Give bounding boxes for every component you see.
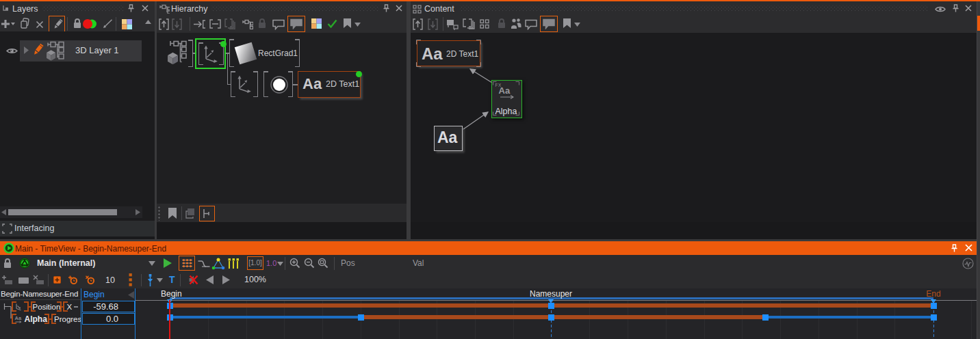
keyframe[interactable] bbox=[548, 314, 554, 321]
content-aa-node[interactable]: Aa bbox=[434, 126, 463, 151]
track-row-position[interactable]: Position X bbox=[0, 301, 81, 313]
brush-button[interactable] bbox=[103, 18, 113, 29]
collapsed-panel-tab[interactable] bbox=[977, 16, 980, 31]
add-track-button[interactable] bbox=[1, 275, 13, 285]
content-flag-button[interactable] bbox=[446, 19, 459, 30]
add-layer-button[interactable] bbox=[1, 19, 15, 29]
rig-view-button[interactable] bbox=[211, 258, 225, 270]
collapse-toolbar-caret[interactable] bbox=[145, 20, 151, 24]
hierarchy-pin-icon[interactable] bbox=[383, 4, 390, 13]
track-rect-button[interactable] bbox=[18, 277, 29, 284]
layers-pin-icon[interactable] bbox=[127, 4, 135, 13]
hscrollbar-thumb[interactable] bbox=[8, 209, 117, 215]
mute-audio-button[interactable] bbox=[189, 275, 198, 285]
timeline-select-caret[interactable] bbox=[149, 261, 155, 266]
insert-into-button[interactable] bbox=[194, 20, 206, 29]
scroll-right-arrow[interactable] bbox=[136, 209, 140, 215]
content-comment-outline-button[interactable] bbox=[524, 19, 538, 30]
content-titlebar[interactable]: Content bbox=[411, 1, 977, 15]
rate-caret[interactable] bbox=[277, 262, 283, 266]
transform-node-selected[interactable] bbox=[195, 38, 226, 69]
lock-node-button[interactable] bbox=[257, 18, 267, 29]
interfacing-row[interactable]: Interfacing bbox=[0, 221, 155, 236]
rate-value[interactable]: 1.0 bbox=[266, 259, 276, 267]
validate-check-button[interactable] bbox=[327, 19, 337, 28]
hierarchy-titlebar[interactable]: Hierarchy bbox=[157, 1, 407, 15]
content-users-button[interactable] bbox=[511, 18, 521, 29]
layer-row[interactable]: 3D Layer 1 bbox=[20, 40, 142, 62]
content-import-button[interactable] bbox=[428, 18, 438, 30]
hierarchy-close-icon[interactable] bbox=[395, 4, 403, 12]
layer-color-button[interactable] bbox=[83, 18, 97, 29]
keyframe[interactable] bbox=[931, 303, 937, 309]
position-value[interactable]: -59.68 bbox=[83, 301, 134, 312]
content-comment-filled-button-active[interactable] bbox=[540, 16, 558, 32]
add-key-button[interactable] bbox=[53, 276, 61, 284]
activity-icon[interactable] bbox=[962, 258, 974, 269]
content-close-icon[interactable] bbox=[964, 4, 972, 12]
timeline-canvas[interactable]: BeginNamesuperEnd bbox=[136, 288, 977, 339]
duplicate-layer-button[interactable] bbox=[20, 18, 30, 29]
zoom-out-button[interactable] bbox=[304, 258, 315, 269]
ruler-label-begin[interactable]: Begin bbox=[161, 289, 182, 299]
delete-time-key-button[interactable] bbox=[86, 275, 94, 284]
edit-layer-button-active[interactable] bbox=[49, 16, 65, 32]
rectgrad-node-icon[interactable] bbox=[235, 42, 257, 64]
snap-setting-button-active[interactable]: [1.0] bbox=[247, 256, 263, 270]
track-row-alpha[interactable]: Aa Alpha Progres bbox=[0, 314, 81, 325]
scroll-left-arrow[interactable] bbox=[1, 209, 6, 215]
content-text-node[interactable]: Aa 2D Text1 bbox=[417, 40, 480, 66]
curve-view-button[interactable] bbox=[198, 260, 210, 268]
key-options-kebab[interactable] bbox=[129, 273, 132, 286]
layers-hscrollbar[interactable] bbox=[0, 206, 142, 218]
frame-count[interactable]: 10 bbox=[105, 275, 115, 285]
content-export-button[interactable] bbox=[413, 18, 423, 30]
child-axis-icon[interactable] bbox=[236, 74, 254, 94]
ruler-label-namesuper[interactable]: Namesuper bbox=[530, 289, 572, 299]
keyframe[interactable] bbox=[762, 314, 769, 321]
track-bar-segment[interactable] bbox=[361, 315, 765, 319]
layers-close-icon[interactable] bbox=[141, 4, 149, 12]
import-button[interactable] bbox=[172, 18, 182, 30]
ruler-label-end[interactable]: End bbox=[926, 289, 940, 299]
layers-titlebar[interactable]: Layers bbox=[0, 1, 155, 15]
layer-visibility-eye-icon[interactable] bbox=[6, 47, 18, 55]
bookmark-button[interactable] bbox=[343, 18, 352, 29]
track-bar-segment[interactable] bbox=[170, 316, 361, 318]
alpha-value[interactable]: 0.0 bbox=[83, 314, 134, 324]
value-column-header[interactable]: Begin bbox=[83, 290, 105, 299]
timeline-lock-icon[interactable] bbox=[3, 258, 12, 269]
content-stack-button[interactable] bbox=[463, 18, 475, 29]
markers-view-button[interactable] bbox=[228, 258, 239, 269]
content-alpha-node[interactable]: FX Aa Alpha bbox=[491, 80, 522, 118]
bookmark-caret[interactable] bbox=[354, 23, 361, 27]
timeview-pin-icon[interactable] bbox=[951, 244, 958, 253]
column-collapse-caret[interactable] bbox=[128, 291, 134, 299]
bottom-anchor-button-active[interactable] bbox=[199, 206, 215, 221]
step-forward-button[interactable] bbox=[222, 275, 230, 284]
keyframe[interactable] bbox=[548, 303, 554, 309]
timeview-close-icon[interactable] bbox=[964, 243, 973, 252]
node-palette-button[interactable] bbox=[311, 18, 322, 29]
content-pin-icon[interactable] bbox=[952, 4, 959, 13]
export-button[interactable] bbox=[159, 18, 169, 30]
dopesheet-view-button-active[interactable] bbox=[179, 256, 195, 271]
step-back-button[interactable] bbox=[206, 275, 214, 284]
group-button[interactable] bbox=[224, 18, 237, 29]
hierarchy-tree-button[interactable] bbox=[242, 18, 253, 29]
bottom-bookmark-button[interactable] bbox=[168, 208, 177, 219]
play-button[interactable] bbox=[163, 258, 172, 268]
toolbar-grip-dots[interactable] bbox=[158, 206, 160, 221]
rectgrad-node-label[interactable]: RectGrad1 bbox=[258, 49, 298, 58]
content-bookmark-button[interactable] bbox=[563, 18, 571, 29]
comment-outline-button[interactable] bbox=[272, 19, 285, 30]
shape-circle-icon[interactable] bbox=[270, 76, 288, 94]
content-eye-icon[interactable] bbox=[935, 5, 946, 13]
content-bookmark-caret[interactable] bbox=[574, 23, 580, 27]
root-node-icon[interactable] bbox=[166, 39, 188, 64]
layer-expand-caret[interactable] bbox=[23, 46, 29, 54]
extract-button[interactable] bbox=[209, 19, 221, 29]
zoom-in-button[interactable] bbox=[289, 258, 300, 269]
value-box-alpha[interactable]: 0.0 bbox=[82, 313, 135, 325]
lock-layer-button[interactable] bbox=[73, 18, 82, 29]
